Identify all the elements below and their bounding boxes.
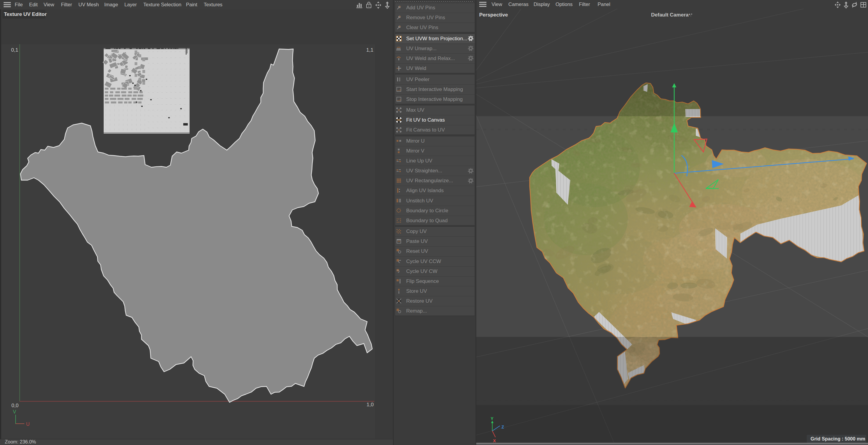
svg-text:1,1: 1,1 — [366, 47, 373, 53]
svg-text:Z: Z — [501, 424, 504, 430]
svg-text:0,0: 0,0 — [11, 403, 19, 408]
svg-text:U: U — [26, 421, 30, 427]
svg-text:1,0: 1,0 — [367, 402, 374, 408]
svg-text:V: V — [13, 409, 16, 414]
svg-text:Y: Y — [491, 416, 494, 421]
svg-text:X: X — [493, 438, 496, 443]
svg-text:0,1: 0,1 — [11, 47, 18, 53]
